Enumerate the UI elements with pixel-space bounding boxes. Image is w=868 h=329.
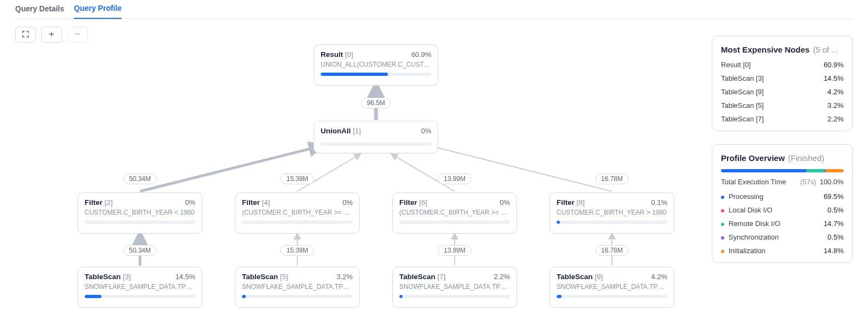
node-progress: [321, 143, 431, 146]
node-title: Filter [4]: [242, 198, 270, 207]
overview-row: Processing69.5%: [721, 192, 844, 201]
overview-row: Remote Disk I/O14.7%: [721, 220, 844, 228]
node-sub: (CUSTOMER.C_BIRTH_YEAR >= 1960) A...: [242, 209, 353, 216]
node-tablescan-9[interactable]: TableScan [9]4.2% SNOWFLAKE_SAMPLE_DATA.…: [550, 267, 674, 308]
node-title: Result [0]: [321, 50, 353, 59]
side-panels: Most Expensive Nodes (5 of ... Result [0…: [712, 36, 853, 263]
node-pct: 60.9%: [411, 50, 431, 59]
node-progress: [85, 221, 195, 224]
edge-badge-f2-union: 50.34M: [123, 173, 157, 184]
node-pct: 0%: [500, 198, 510, 207]
node-sub: CUSTOMER.C_BIRTH_YEAR < 1960: [85, 209, 195, 216]
node-progress: [399, 221, 510, 224]
node-pct: 2.2%: [494, 273, 510, 281]
node-filter-8[interactable]: Filter [8]0.1% CUSTOMER.C_BIRTH_YEAR > 1…: [550, 192, 674, 234]
node-progress: [321, 73, 431, 76]
node-title: UnionAll [1]: [321, 127, 361, 135]
tab-query-details[interactable]: Query Details: [15, 0, 64, 18]
query-profile-page: Query Details Query Profile: [0, 0, 868, 329]
node-filter-4[interactable]: Filter [4]0% (CUSTOMER.C_BIRTH_YEAR >= 1…: [235, 192, 360, 234]
edge-badge-ts9-f8: 16.78M: [595, 245, 629, 256]
node-sub: CUSTOMER.C_BIRTH_YEAR > 1980: [557, 209, 667, 216]
edge-badge-ts3-f2: 50.34M: [123, 245, 157, 256]
most-expensive-nodes-panel: Most Expensive Nodes (5 of ... Result [0…: [712, 36, 853, 131]
edge-badge-f8-union: 16.78M: [595, 173, 629, 184]
node-sub: SNOWFLAKE_SAMPLE_DATA.TPCDS_SF...: [557, 283, 667, 291]
panel-title: Profile Overview (Finished): [721, 153, 844, 163]
expensive-row[interactable]: TableScan [5]3.2%: [721, 101, 844, 109]
node-pct: 0%: [342, 198, 353, 207]
expensive-nodes-list: Result [0]60.9% TableScan [3]14.5% Table…: [721, 61, 844, 123]
node-tablescan-3[interactable]: TableScan [3]14.5% SNOWFLAKE_SAMPLE_DATA…: [78, 267, 202, 308]
expensive-row[interactable]: TableScan [9]4.2%: [721, 88, 844, 96]
node-tablescan-5[interactable]: TableScan [5]3.2% SNOWFLAKE_SAMPLE_DATA.…: [235, 267, 360, 308]
overview-row: Local Disk I/O0.5%: [721, 206, 844, 214]
svg-line-1: [140, 146, 320, 191]
expensive-row[interactable]: TableScan [3]14.5%: [721, 74, 844, 82]
node-sub: SNOWFLAKE_SAMPLE_DATA.TPCDS_SF...: [242, 283, 353, 291]
node-sub: UNION_ALL(CUSTOMER.C_CUSTOMER...: [321, 61, 431, 68]
panel-title: Most Expensive Nodes (5 of ...: [721, 45, 844, 54]
node-sub: SNOWFLAKE_SAMPLE_DATA.TPCDS_SF...: [399, 283, 510, 291]
node-title: TableScan [9]: [557, 273, 603, 281]
tab-query-profile[interactable]: Query Profile: [74, 0, 122, 19]
node-progress: [85, 295, 195, 298]
edge-badge-union-result: 96.5M: [361, 98, 391, 108]
node-pct: 14.5%: [175, 273, 195, 281]
svg-line-2: [297, 154, 360, 191]
node-title: Filter [6]: [399, 198, 427, 207]
node-pct: 0%: [421, 127, 431, 135]
tabs-bar: Query Details Query Profile: [15, 0, 853, 19]
expensive-row[interactable]: Result [0]60.9%: [721, 61, 844, 69]
node-filter-2[interactable]: Filter [2]0% CUSTOMER.C_BIRTH_YEAR < 196…: [78, 192, 202, 234]
node-pct: 3.2%: [336, 273, 353, 281]
node-progress: [557, 295, 667, 298]
edge-badge-f4-union: 15.39M: [280, 173, 314, 184]
overview-breakdown: Processing69.5%Local Disk I/O0.5%Remote …: [721, 192, 844, 255]
svg-line-4: [432, 146, 612, 191]
edge-badge-ts7-f6: 13.99M: [438, 245, 471, 256]
node-title: TableScan [5]: [242, 273, 288, 281]
query-plan-graph[interactable]: 96.5M 50.34M 15.39M 13.99M 16.78M 50.34M…: [15, 33, 688, 314]
overview-total-row: Total Execution Time (57s)100.0%: [721, 178, 844, 186]
node-unionall-1[interactable]: UnionAll [1] 0%: [314, 121, 438, 153]
edge-badge-f6-union: 13.99M: [438, 173, 471, 184]
node-pct: 0%: [185, 198, 195, 207]
node-title: Filter [2]: [85, 198, 113, 207]
svg-line-3: [392, 154, 455, 191]
overview-row: Initialization14.8%: [721, 247, 844, 255]
node-pct: 4.2%: [651, 273, 667, 281]
node-pct: 0.1%: [651, 198, 667, 207]
node-progress: [242, 221, 353, 224]
node-progress: [399, 295, 510, 298]
node-progress: [557, 221, 667, 224]
overview-row: Synchronization0.5%: [721, 233, 844, 241]
edge-badge-ts5-f4: 15.39M: [280, 245, 314, 256]
node-result-0[interactable]: Result [0] 60.9% UNION_ALL(CUSTOMER.C_CU…: [314, 44, 438, 86]
node-tablescan-7[interactable]: TableScan [7]2.2% SNOWFLAKE_SAMPLE_DATA.…: [392, 267, 517, 308]
node-title: TableScan [3]: [85, 273, 131, 281]
node-progress: [242, 295, 353, 298]
node-title: Filter [8]: [557, 198, 585, 207]
node-sub: SNOWFLAKE_SAMPLE_DATA.TPCDS_SF...: [85, 283, 195, 291]
node-sub: (CUSTOMER.C_BIRTH_YEAR >= 1971) A...: [399, 209, 510, 216]
node-title: TableScan [7]: [399, 273, 445, 281]
profile-overview-panel: Profile Overview (Finished) Total Execut…: [712, 144, 853, 263]
expensive-row[interactable]: TableScan [7]2.2%: [721, 115, 844, 123]
overview-stacked-bar: [721, 169, 844, 172]
node-filter-6[interactable]: Filter [6]0% (CUSTOMER.C_BIRTH_YEAR >= 1…: [392, 192, 517, 234]
